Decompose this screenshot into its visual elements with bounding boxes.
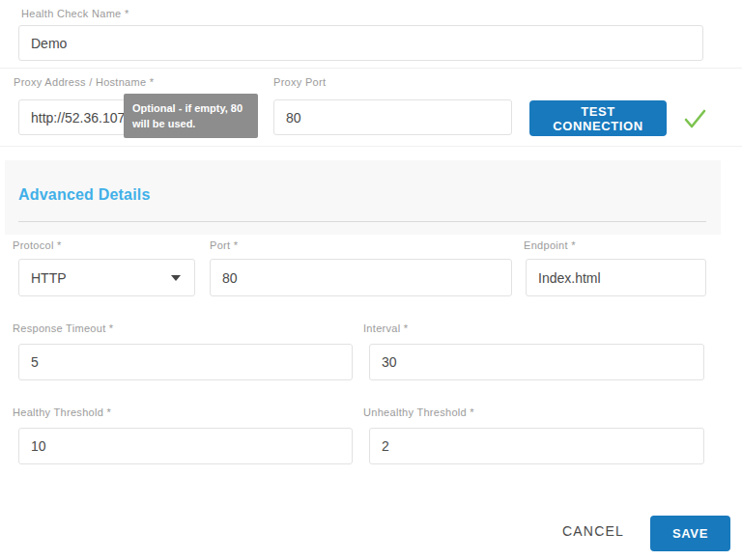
response-timeout-input[interactable] bbox=[18, 344, 353, 380]
protocol-select[interactable]: HTTP bbox=[18, 259, 195, 296]
proxy-address-label: Proxy Address / Hostname * bbox=[14, 76, 154, 88]
section-divider bbox=[0, 146, 742, 147]
section-divider bbox=[0, 68, 742, 69]
advanced-details-title: Advanced Details bbox=[18, 186, 151, 204]
healthy-threshold-input[interactable] bbox=[18, 428, 353, 464]
endpoint-input[interactable] bbox=[526, 259, 706, 296]
protocol-selected-value: HTTP bbox=[31, 270, 67, 286]
response-timeout-label: Response Timeout * bbox=[13, 322, 113, 334]
advanced-details-divider bbox=[18, 221, 706, 222]
unhealthy-threshold-input[interactable] bbox=[369, 428, 704, 464]
health-check-name-label: Health Check Name * bbox=[21, 8, 128, 19]
health-check-name-input[interactable] bbox=[18, 25, 703, 61]
proxy-port-input[interactable] bbox=[273, 99, 512, 135]
port-input[interactable] bbox=[210, 259, 512, 296]
caret-down-icon bbox=[171, 275, 181, 281]
save-button[interactable]: SAVE bbox=[650, 516, 730, 551]
port-label: Port * bbox=[210, 239, 238, 251]
protocol-label: Protocol * bbox=[13, 239, 62, 251]
proxy-port-tooltip: Optional - if empty, 80 will be used. bbox=[124, 94, 258, 138]
connection-success-check-icon bbox=[681, 105, 708, 136]
cancel-button[interactable]: CANCEL bbox=[556, 522, 629, 540]
healthy-threshold-label: Healthy Threshold * bbox=[13, 406, 111, 418]
endpoint-label: Endpoint * bbox=[524, 239, 576, 251]
test-connection-button[interactable]: TEST CONNECTION bbox=[529, 100, 667, 136]
interval-input[interactable] bbox=[369, 344, 704, 380]
unhealthy-threshold-label: Unhealthy Threshold * bbox=[363, 406, 474, 418]
proxy-port-label: Proxy Port bbox=[273, 76, 326, 88]
interval-label: Interval * bbox=[363, 322, 408, 334]
